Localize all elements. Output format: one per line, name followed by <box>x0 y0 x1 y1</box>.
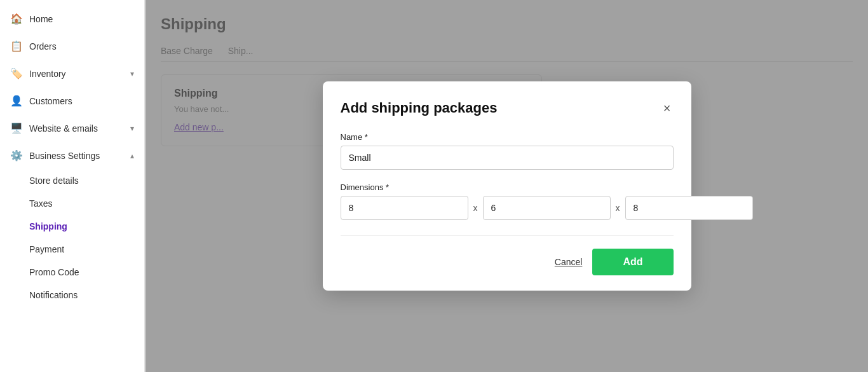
sidebar-item-label: Home <box>29 14 53 24</box>
modal-overlay: Add shipping packages × Name * Dimension… <box>146 0 868 372</box>
sidebar-item-label: Orders <box>29 41 57 52</box>
modal-footer: Cancel Add <box>341 235 674 275</box>
sidebar-item-label: Inventory <box>29 69 66 79</box>
sidebar-sub-item-promo-code[interactable]: Promo Code <box>0 261 144 284</box>
dimension-2-input[interactable] <box>483 196 611 220</box>
modal-title: Add shipping packages <box>341 100 498 116</box>
orders-icon: 📋 <box>10 40 23 52</box>
dimensions-form-group: Dimensions * x x <box>341 183 674 220</box>
sub-item-label: Notifications <box>29 290 78 300</box>
sidebar-item-orders[interactable]: 📋 Orders <box>0 32 144 60</box>
sidebar: 🏠 Home 📋 Orders 🏷️ Inventory ▾ 👤 Custome… <box>0 0 145 372</box>
name-form-group: Name * <box>341 132 674 170</box>
sub-item-label: Payment <box>29 244 64 254</box>
website-icon: 🖥️ <box>10 122 23 134</box>
home-icon: 🏠 <box>10 13 23 25</box>
sub-item-label: Store details <box>29 176 79 186</box>
sidebar-sub-item-store-details[interactable]: Store details <box>0 169 144 192</box>
sidebar-sub-item-payment[interactable]: Payment <box>0 238 144 261</box>
customers-icon: 👤 <box>10 95 23 107</box>
dimensions-row: x x <box>341 196 674 220</box>
modal-close-button[interactable]: × <box>661 99 674 117</box>
name-label: Name * <box>341 132 674 142</box>
sub-item-label: Taxes <box>29 198 53 209</box>
add-button[interactable]: Add <box>592 249 673 275</box>
sub-item-label: Promo Code <box>29 267 79 277</box>
sub-item-label: Shipping <box>29 221 67 231</box>
sidebar-sub-item-notifications[interactable]: Notifications <box>0 284 144 307</box>
sidebar-item-label: Website & emails <box>29 123 98 134</box>
sidebar-item-inventory[interactable]: 🏷️ Inventory ▾ <box>0 60 144 87</box>
dimension-1-input[interactable] <box>341 196 468 220</box>
sidebar-sub-item-taxes[interactable]: Taxes <box>0 192 144 215</box>
sidebar-item-customers[interactable]: 👤 Customers <box>0 87 144 114</box>
chevron-down-icon: ▾ <box>130 124 134 133</box>
settings-icon: ⚙️ <box>10 149 23 162</box>
separator-2: x <box>616 203 620 213</box>
inventory-icon: 🏷️ <box>10 67 23 79</box>
sidebar-item-website-emails[interactable]: 🖥️ Website & emails ▾ <box>0 114 144 142</box>
sidebar-item-label: Customers <box>29 96 72 106</box>
modal-header: Add shipping packages × <box>341 99 674 117</box>
cancel-button[interactable]: Cancel <box>555 257 583 267</box>
dimension-3-input[interactable] <box>625 196 753 220</box>
main-content: Shipping Base Charge Ship... Shipping Yo… <box>146 0 868 372</box>
name-input[interactable] <box>341 146 674 170</box>
add-shipping-packages-modal: Add shipping packages × Name * Dimension… <box>323 81 691 291</box>
dimensions-label: Dimensions * <box>341 183 674 192</box>
chevron-up-icon: ▴ <box>130 151 134 160</box>
sidebar-sub-item-shipping[interactable]: Shipping <box>0 215 144 238</box>
sidebar-item-home[interactable]: 🏠 Home <box>0 5 144 32</box>
chevron-down-icon: ▾ <box>130 69 134 78</box>
sidebar-item-label: Business Settings <box>29 151 100 161</box>
sidebar-item-business-settings[interactable]: ⚙️ Business Settings ▴ <box>0 142 144 169</box>
separator-1: x <box>473 203 478 213</box>
